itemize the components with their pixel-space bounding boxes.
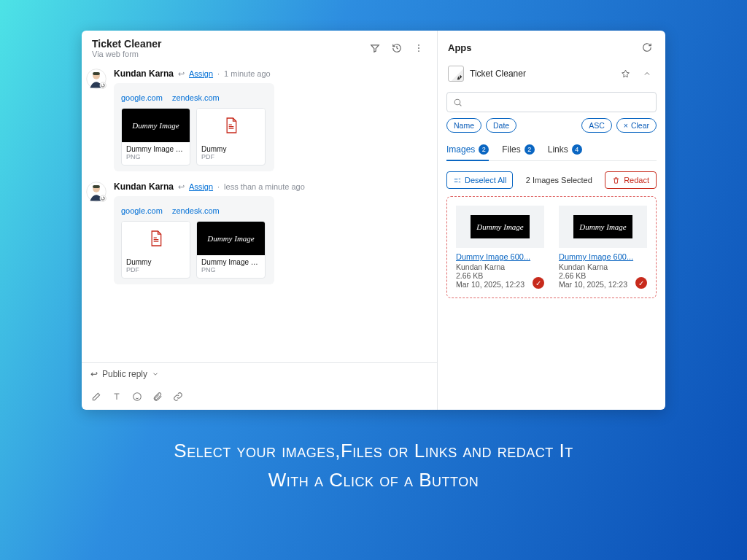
emoji-icon[interactable] bbox=[131, 391, 143, 402]
image-title-link[interactable]: Dummy Image 600... bbox=[456, 252, 544, 261]
apps-pane: Apps Ticket Cleaner Name bbox=[438, 31, 665, 410]
image-thumb: Dummy Image bbox=[559, 206, 647, 248]
app-name: Ticket Cleaner bbox=[470, 69, 611, 79]
image-card[interactable]: Dummy Image Dummy Image 600... Kundan Ka… bbox=[554, 201, 651, 293]
search-icon bbox=[453, 98, 462, 107]
attachment-card[interactable]: Dummy Image Dummy Image 600... PNG bbox=[196, 221, 266, 279]
svg-point-1 bbox=[418, 47, 419, 49]
image-thumb: Dummy Image bbox=[456, 206, 544, 248]
reply-arrow-icon: ↩ bbox=[178, 182, 185, 192]
link[interactable]: google.com bbox=[121, 93, 163, 102]
svg-point-0 bbox=[418, 44, 419, 46]
ticket-header: Ticket Cleaner Via web form bbox=[82, 31, 437, 63]
sort-asc-button[interactable]: ASC bbox=[581, 118, 612, 133]
asset-tabs: Images 2 Files 2 Links 4 bbox=[446, 140, 657, 161]
svg-point-6 bbox=[100, 82, 106, 88]
selection-actions: Deselect All 2 Images Selected Redact bbox=[446, 171, 657, 189]
image-date: Mar 10, 2025, 12:23 bbox=[559, 280, 647, 289]
app-window: Ticket Cleaner Via web form K bbox=[82, 31, 665, 410]
link-icon[interactable] bbox=[172, 391, 184, 402]
avatar bbox=[86, 182, 107, 202]
reply-bar: ↩ Public reply bbox=[82, 362, 437, 410]
assign-link[interactable]: Assign bbox=[189, 69, 213, 78]
editor-toolbar bbox=[82, 385, 437, 410]
marketing-tagline: Select your images,Files or Links and re… bbox=[174, 436, 573, 495]
history-icon[interactable] bbox=[389, 40, 405, 56]
attachment-type: PNG bbox=[201, 266, 260, 273]
link[interactable]: google.com bbox=[121, 206, 163, 215]
selected-check-icon[interactable]: ✓ bbox=[635, 277, 647, 289]
attachment-type: PDF bbox=[201, 153, 260, 160]
page-title: Ticket Cleaner bbox=[92, 38, 361, 50]
svg-point-2 bbox=[418, 50, 419, 52]
attachment-type: PDF bbox=[126, 266, 185, 273]
search-field[interactable] bbox=[467, 97, 650, 107]
attachment-type: PNG bbox=[126, 153, 185, 160]
filter-name-button[interactable]: Name bbox=[446, 118, 481, 133]
image-date: Mar 10, 2025, 12:23 bbox=[456, 280, 544, 289]
message-item: Kundan Karna ↩ Assign · less than a minu… bbox=[86, 182, 430, 284]
message-time: less than a minute ago bbox=[224, 182, 305, 191]
app-header-row: Ticket Cleaner bbox=[438, 60, 665, 88]
tab-links[interactable]: Links 4 bbox=[548, 141, 582, 160]
svg-rect-5 bbox=[93, 72, 100, 75]
pdf-icon bbox=[122, 222, 190, 255]
attachment-icon[interactable] bbox=[152, 391, 163, 402]
message-body: google.com zendesk.com Dummy Image Dummy… bbox=[114, 83, 274, 171]
image-card[interactable]: Dummy Image Dummy Image 600... Kundan Ka… bbox=[452, 201, 549, 293]
attachment-card[interactable]: Dummy PDF bbox=[121, 221, 190, 279]
message-author: Kundan Karna bbox=[114, 69, 174, 79]
count-badge: 4 bbox=[572, 144, 582, 155]
selected-check-icon[interactable]: ✓ bbox=[533, 277, 544, 289]
more-icon[interactable] bbox=[411, 40, 427, 56]
message-time: 1 minute ago bbox=[224, 69, 271, 78]
chevron-up-icon[interactable] bbox=[639, 66, 655, 82]
svg-point-10 bbox=[100, 195, 106, 201]
refresh-icon[interactable] bbox=[639, 39, 655, 55]
selected-cards: Dummy Image Dummy Image 600... Kundan Ka… bbox=[446, 196, 657, 298]
attachment-name: Dummy bbox=[126, 258, 185, 266]
assign-link[interactable]: Assign bbox=[189, 182, 213, 191]
attachment-card[interactable]: Dummy Image Dummy Image 600... PNG bbox=[121, 108, 190, 166]
ticket-pane: Ticket Cleaner Via web form K bbox=[82, 31, 438, 410]
app-logo-icon bbox=[448, 66, 464, 82]
search-input[interactable] bbox=[446, 92, 657, 112]
image-size: 2.66 KB bbox=[559, 271, 647, 280]
count-badge: 2 bbox=[525, 144, 535, 155]
clear-button[interactable]: ×Clear bbox=[616, 118, 657, 133]
selection-count-label: 2 Images Selected bbox=[519, 176, 599, 184]
tab-images[interactable]: Images 2 bbox=[446, 141, 489, 160]
attachment-name: Dummy Image 600... bbox=[201, 258, 260, 266]
attachment-card[interactable]: Dummy PDF bbox=[196, 108, 266, 166]
message-author: Kundan Karna bbox=[114, 182, 174, 192]
image-owner: Kundan Karna bbox=[456, 262, 544, 271]
reply-arrow-icon: ↩ bbox=[90, 369, 98, 379]
text-icon[interactable] bbox=[111, 391, 123, 402]
reply-arrow-icon: ↩ bbox=[178, 69, 185, 79]
message-links: google.com zendesk.com bbox=[121, 206, 267, 215]
message-body: google.com zendesk.com Dummy PDF bbox=[114, 196, 274, 284]
pdf-icon bbox=[197, 109, 265, 142]
attachment-name: Dummy Image 600... bbox=[126, 145, 185, 153]
deselect-all-button[interactable]: Deselect All bbox=[446, 171, 513, 189]
svg-rect-9 bbox=[93, 185, 100, 188]
image-title-link[interactable]: Dummy Image 600... bbox=[559, 252, 647, 261]
page-subtitle: Via web form bbox=[92, 50, 361, 58]
message-links: google.com zendesk.com bbox=[121, 93, 267, 102]
svg-point-12 bbox=[454, 99, 460, 105]
link[interactable]: zendesk.com bbox=[172, 93, 220, 102]
filter-pills: Name Date ASC ×Clear bbox=[446, 118, 657, 133]
tab-files[interactable]: Files 2 bbox=[502, 141, 534, 160]
messages-list: Kundan Karna ↩ Assign · 1 minute ago goo… bbox=[82, 63, 437, 362]
filter-icon[interactable] bbox=[367, 40, 383, 56]
redact-button[interactable]: Redact bbox=[605, 171, 657, 189]
reply-mode-selector[interactable]: ↩ Public reply bbox=[82, 363, 437, 385]
filter-date-button[interactable]: Date bbox=[486, 118, 516, 133]
link[interactable]: zendesk.com bbox=[172, 206, 220, 215]
pin-icon[interactable] bbox=[617, 66, 633, 82]
attachment-thumb: Dummy Image bbox=[197, 222, 265, 255]
compose-icon[interactable] bbox=[90, 391, 102, 402]
count-badge: 2 bbox=[479, 144, 489, 155]
attachment-thumb: Dummy Image bbox=[122, 109, 190, 142]
deselect-icon bbox=[453, 176, 461, 184]
